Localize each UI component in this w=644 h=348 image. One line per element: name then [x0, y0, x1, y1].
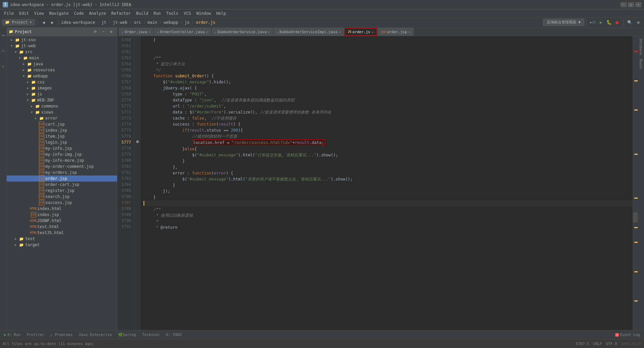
menu-help[interactable]: Help: [214, 9, 229, 17]
scrollbar-area[interactable]: [633, 36, 637, 330]
tree-item-index-html[interactable]: ▶ HTML index.html: [7, 206, 117, 212]
tree-item-resources[interactable]: ▶ 📁 resources: [7, 67, 117, 73]
settings-button[interactable]: ⚙: [635, 19, 642, 26]
tab-order-java[interactable]: ☕ Order.java ✕: [119, 28, 153, 36]
minimize-button[interactable]: ─: [621, 2, 627, 7]
terminal-tab[interactable]: Terminal: [140, 332, 163, 338]
code-lines[interactable]: } /** * 提交订单方法 */ function submit_Order(…: [141, 36, 633, 330]
event-log-tab[interactable]: 1 Event Log: [612, 332, 643, 338]
run-tab[interactable]: ▶ 4: Run: [1, 332, 23, 338]
menu-code[interactable]: Code: [71, 9, 87, 17]
favorites-button[interactable]: ★: [1, 60, 6, 73]
tree-item-index-jsp2[interactable]: ▶ JSP index.jsp: [7, 212, 117, 218]
tree-item-java[interactable]: ▶ 📁 java: [7, 61, 117, 67]
close-button[interactable]: ✕: [635, 2, 641, 7]
tree-item-error[interactable]: ▶ 📁 error: [7, 115, 117, 121]
menu-run[interactable]: Run: [151, 9, 164, 17]
line-ending[interactable]: CRLF: [593, 342, 602, 346]
menu-refactor[interactable]: Refactor: [109, 9, 133, 17]
tree-item-commons[interactable]: ▶ 📁 commons: [7, 103, 117, 109]
nav-forward-button[interactable]: ▶: [49, 19, 56, 26]
tab-dubboorderservice-java[interactable]: ☕ DubboOrderService.java ✕: [212, 28, 273, 36]
search-everywhere-button[interactable]: 🔍: [626, 19, 633, 26]
tree-item-ordercart-jsp[interactable]: ▶ JSP order-cart.jsp: [7, 182, 117, 188]
breadcrumb-jt-web[interactable]: jt-web: [113, 20, 127, 25]
close-tab-order-java[interactable]: ✕: [148, 30, 150, 34]
cursor-position[interactable]: 5787:5: [576, 342, 589, 346]
tree-item-cart-jsp[interactable]: ▶ JSP cart.jsp: [7, 121, 117, 127]
charset[interactable]: UTF-8: [606, 342, 617, 346]
todo-tab[interactable]: 6: TODO: [163, 332, 184, 338]
close-tab-orderjsp[interactable]: ✕: [409, 30, 411, 34]
tree-item-target[interactable]: ▶ 📁 target: [7, 242, 117, 248]
tree-item-images[interactable]: ▶ 📁 images: [7, 85, 117, 91]
menu-build[interactable]: Build: [133, 9, 151, 17]
menu-tools[interactable]: Tools: [164, 9, 181, 17]
tab-ordercontroller-java[interactable]: ☕ OrderController.java ✕: [154, 28, 211, 36]
breadcrumb-js[interactable]: js: [185, 20, 190, 25]
tree-item-order-jsp[interactable]: ▶ JSP order.jsp: [7, 176, 117, 182]
panel-gear-button[interactable]: ⚙: [108, 28, 115, 36]
breadcrumb-jt[interactable]: jt: [102, 20, 106, 25]
tree-item-views[interactable]: ▼ 📁 views: [7, 109, 117, 115]
menu-view[interactable]: View: [32, 9, 47, 17]
run-config-dropdown[interactable]: ▶jt: [589, 19, 597, 26]
project-view-button[interactable]: 1: [1, 29, 6, 42]
breadcrumb-idea-workspace[interactable]: idea-workspace: [61, 20, 95, 25]
tree-item-src[interactable]: ▼ 📁 src: [7, 49, 117, 55]
tab-order-jsp[interactable]: JSP order.jsp ✕: [378, 28, 414, 36]
breadcrumb-main[interactable]: main: [148, 20, 157, 25]
tree-item-myorder-comment-jsp[interactable]: ▶ JSP my-order-comment.jsp: [7, 163, 117, 169]
panel-collapse-button[interactable]: −: [100, 28, 107, 36]
tree-item-index-jsp[interactable]: ▶ JSP index.jsp: [7, 127, 117, 133]
tree-item-search-jsp[interactable]: ▶ JSP search.jsp: [7, 194, 117, 200]
tree-item-login-jsp[interactable]: ▶ JSP login.jsp: [7, 139, 117, 145]
tree-item-main[interactable]: ▼ 📁 main: [7, 55, 117, 61]
tree-item-jt-sso[interactable]: ▶ 📁 jt-sso: [7, 37, 117, 43]
menu-file[interactable]: File: [1, 9, 16, 17]
menu-window[interactable]: Window: [194, 9, 213, 17]
tree-item-myinfo-more-jsp[interactable]: ▶ JSP my-info-more.jsp: [7, 157, 117, 163]
tree-item-myinfo-img-jsp[interactable]: ▶ JSP my-info-img.jsp: [7, 151, 117, 157]
run-button[interactable]: ▶: [597, 19, 605, 26]
menu-navigate[interactable]: Navigate: [47, 9, 71, 17]
menu-analyze[interactable]: Analyze: [86, 9, 109, 17]
java-enterprise-tab[interactable]: Java Enterprise: [76, 332, 115, 338]
tree-item-js[interactable]: ▶ 📁 js: [7, 91, 117, 97]
tree-item-css[interactable]: ▶ 📁 css: [7, 79, 117, 85]
close-tab-orderjs[interactable]: ✕: [372, 30, 374, 34]
problems-tab[interactable]: ⚠ Problems: [48, 332, 75, 338]
structure-view-button[interactable]: 2: [1, 44, 6, 58]
close-tab-dubboorderserviceimpl[interactable]: ✕: [339, 30, 341, 34]
tree-item-item-jsp[interactable]: ▶ JSP item.jsp: [7, 133, 117, 139]
maven-panel-button[interactable]: Maven: [638, 58, 643, 70]
database-panel-button[interactable]: Database: [638, 38, 643, 56]
close-tab-ordercontroller[interactable]: ✕: [206, 30, 208, 34]
menu-edit[interactable]: Edit: [16, 9, 32, 17]
breadcrumb-src[interactable]: src: [134, 20, 141, 25]
tree-item-success-jsp[interactable]: ▶ JSP success.jsp: [7, 200, 117, 206]
breadcrumb-orderjs[interactable]: order.js: [196, 20, 215, 25]
jt-management-button[interactable]: 京淘前台管理系统 ▼: [543, 19, 584, 26]
maximize-button[interactable]: □: [628, 2, 634, 7]
tree-item-register-jsp[interactable]: ▶ JSP register.jsp: [7, 188, 117, 194]
breadcrumb-webapp[interactable]: webapp: [164, 20, 178, 25]
profiler-tab[interactable]: Profiler: [24, 332, 47, 338]
tree-item-test-html[interactable]: ▶ HTML test.html: [7, 224, 117, 230]
stop-button[interactable]: ■: [613, 19, 621, 26]
code-editor[interactable]: 5760 5761 5762 5763 5764 5765 5766 5767 …: [117, 36, 633, 330]
tab-dubboorderserviceimpl-java[interactable]: ☕ DubboOrderServiceImpl.java ✕: [274, 28, 344, 36]
tab-order-js[interactable]: JS order.js ✕: [344, 28, 377, 36]
spring-tab[interactable]: 🌿 Spring: [115, 332, 139, 338]
tree-item-webinf[interactable]: ▼ 📁 WEB-INF: [7, 97, 117, 103]
debug-button[interactable]: 🐛: [605, 19, 613, 26]
menu-vcs[interactable]: VCS: [181, 9, 194, 17]
nav-back-button[interactable]: ◀: [40, 19, 47, 26]
tree-item-jsonp-html[interactable]: ▶ HTML JSONP.html: [7, 218, 117, 224]
tree-item-jt-web[interactable]: ▼ 📁 jt-web: [7, 43, 117, 49]
tree-item-testjs-html[interactable]: ▶ HTML testJS.html: [7, 230, 117, 236]
panel-sync-button[interactable]: ⟳: [92, 28, 99, 36]
tree-item-myorders-jsp[interactable]: ▶ JSP my-orders.jsp: [7, 169, 117, 176]
tree-item-test[interactable]: ▶ 📁 test: [7, 236, 117, 242]
tree-item-myinfo-jsp[interactable]: ▶ JSP my-info.jsp: [7, 145, 117, 151]
